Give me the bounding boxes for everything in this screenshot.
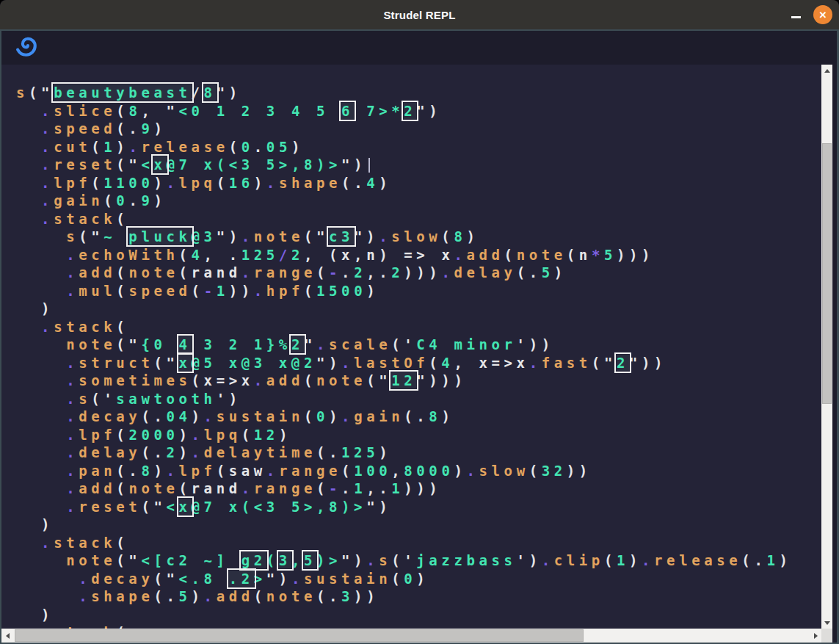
code-token: . <box>241 480 254 496</box>
code-line[interactable]: .lpf(2000).lpq(12) <box>16 426 821 444</box>
code-token: . <box>41 103 54 119</box>
code-line[interactable]: note("<[c2 ~] g2(3,5)>").s('jazzbass').c… <box>16 551 821 570</box>
code-line[interactable]: .gain(0.9) <box>16 192 821 210</box>
code-token: ( <box>229 139 241 155</box>
code-line[interactable]: .echoWith(4, .125/2, (x,n) => x.add(note… <box>16 246 821 264</box>
code-token: . <box>128 139 141 155</box>
code-token: . <box>341 408 354 424</box>
code-line[interactable]: .stack( <box>16 210 821 228</box>
code-token: 125 <box>341 444 379 460</box>
code-token: ( <box>116 264 128 281</box>
code-line[interactable]: .stack( <box>16 534 821 552</box>
code-token: ) <box>179 427 192 443</box>
code-token: . <box>316 336 329 352</box>
code-line[interactable]: .struct("x@5 x@3 x@2").lastOf(4, x=>x.fa… <box>16 354 821 372</box>
code-line[interactable]: .add(note(rand.range(-.1,.1))) <box>16 480 821 498</box>
code-token: / <box>279 247 291 263</box>
code-token: 125 <box>241 247 279 263</box>
code-token: 8 <box>141 463 153 479</box>
vertical-scrollbar[interactable] <box>821 65 832 629</box>
bottom-row <box>1 629 837 643</box>
code-line[interactable]: .mul(speed(-1)).hpf(1500) <box>16 282 821 300</box>
code-token: . <box>204 408 217 424</box>
code-token: - <box>204 283 217 299</box>
titlebar[interactable]: Strudel REPL ✕ <box>0 0 839 29</box>
code-token: note <box>517 247 567 263</box>
code-token: mul <box>79 283 116 299</box>
code-token: ( <box>103 192 116 209</box>
close-icon: ✕ <box>819 10 827 21</box>
code-token: delaytime <box>204 444 316 460</box>
close-button[interactable]: ✕ <box>813 5 832 24</box>
code-line[interactable]: .lpf(1100).lpq(16).shape(.4) <box>16 174 821 192</box>
code-token: 8 <box>128 103 141 119</box>
code-line[interactable]: .reset("<x@7 x(<3 5>,8)>") <box>16 156 821 174</box>
code-token: , <box>391 463 404 479</box>
code-token: release <box>141 139 228 155</box>
code-token: ) <box>153 463 166 479</box>
code-token: . <box>341 355 354 371</box>
code-token: ) <box>379 444 391 460</box>
code-token: note <box>128 480 178 496</box>
code-token: ( <box>241 427 254 443</box>
vertical-scrollbar-thumb[interactable] <box>822 143 832 404</box>
code-token: 04 <box>166 408 191 424</box>
code-line[interactable]: ) <box>16 300 821 318</box>
code-token: 1 <box>391 480 404 496</box>
code-token: (n <box>567 247 592 263</box>
code-token: struct <box>79 355 153 371</box>
scroll-down-button[interactable] <box>821 617 832 629</box>
code-token: 32 <box>542 463 567 479</box>
strudel-spiral-logo-icon[interactable] <box>16 35 38 60</box>
code-token: pan <box>79 463 116 479</box>
code-line[interactable]: ) <box>16 606 821 624</box>
code-line[interactable]: .add(note(rand.range(-.2,.2))).delay(.5) <box>16 264 821 282</box>
code-line[interactable]: .sometimes(x=>x.add(note("12"))) <box>16 372 821 390</box>
code-token: 8 <box>429 408 441 424</box>
code-line[interactable]: .delay(.2).delaytime(.125) <box>16 444 821 462</box>
code-token: ")) <box>629 355 667 371</box>
code-line[interactable]: .decay("<.8 .2>").sustain(0) <box>16 570 821 588</box>
code-token: 100 <box>354 463 391 479</box>
code-token: note <box>316 372 366 388</box>
code-line[interactable]: .stack( <box>16 623 821 629</box>
code-token: ))) <box>617 247 654 263</box>
code-line[interactable]: .stack( <box>16 318 821 336</box>
code-token: 8000 <box>404 463 454 479</box>
code-token: . <box>66 463 79 479</box>
code-token: . <box>291 571 304 587</box>
scroll-up-button[interactable] <box>821 65 832 76</box>
code-token: . <box>167 175 179 191</box>
code-line[interactable]: .cut(1).release(0.05) <box>16 138 821 156</box>
code-token: . <box>66 444 79 460</box>
code-line[interactable]: ) <box>16 515 821 534</box>
code-line[interactable]: .s('sawtooth') <box>16 390 821 408</box>
code-line[interactable]: s("~ pluck@3").note("c3").slow(8) <box>16 228 821 246</box>
horizontal-scrollbar-thumb[interactable] <box>15 629 584 642</box>
code-line[interactable]: .slice(8, "<0 1 2 3 4 5 6 7>*2") <box>16 102 821 120</box>
horizontal-scrollbar[interactable] <box>1 629 821 643</box>
code-line[interactable]: .speed(.9) <box>16 120 821 138</box>
code-line[interactable]: .reset("<x@7 x(<3 5>,8)>") <box>16 498 821 516</box>
minimize-button[interactable] <box>791 16 801 18</box>
code-line[interactable]: s("beautybeast/8") <box>16 84 821 102</box>
code-token: <[c2 ~] <box>141 552 241 568</box>
code-token: fast <box>542 355 592 371</box>
code-line[interactable]: .decay(.04).sustain(0).gain(.8) <box>16 408 821 426</box>
code-token: ))) <box>404 264 441 281</box>
scroll-right-button[interactable] <box>810 629 821 643</box>
code-token: lpf <box>79 427 116 443</box>
code-token: ( <box>91 175 103 191</box>
code-token: 3 <box>341 588 354 604</box>
code-token: ( <box>304 408 316 424</box>
scroll-left-button[interactable] <box>1 629 13 643</box>
code-token: 4 <box>366 175 379 191</box>
code-line[interactable]: .pan(.8).lpf(saw.range(100,8000).slow(32… <box>16 462 821 480</box>
code-line[interactable]: .shape(.5).add(note(.3)) <box>16 587 821 606</box>
code-token: @3 <box>192 228 217 245</box>
code-token: (x=>x <box>192 372 254 388</box>
code-editor[interactable]: s("beautybeast/8").slice(8, "<0 1 2 3 4 … <box>1 65 821 629</box>
code-line[interactable]: note("{0 4 3 2 1}%2".scale('C4 minor')) <box>16 336 821 354</box>
code-token: ) <box>254 175 266 191</box>
code-token: ')) <box>517 336 554 352</box>
